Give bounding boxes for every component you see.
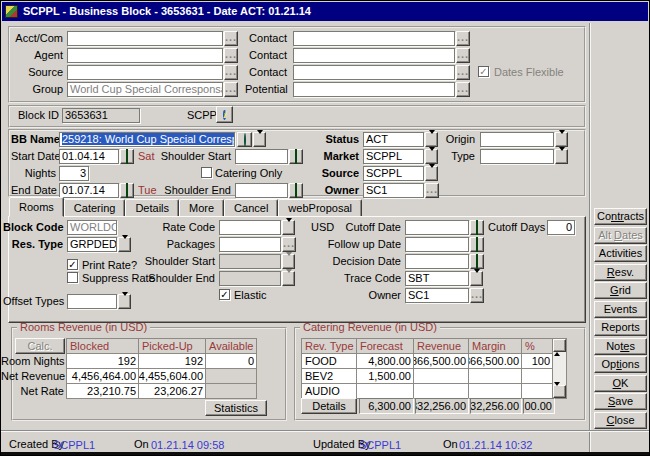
contact1-lookup-button[interactable]: ...	[456, 31, 470, 46]
source-field[interactable]	[67, 65, 223, 80]
options-button[interactable]: Options	[594, 356, 647, 373]
tab-more[interactable]: More	[179, 199, 224, 217]
rooms-revenue-row-label: Net Revenue	[1, 368, 64, 384]
table-cell: AUDIO	[301, 383, 357, 399]
contact2-field[interactable]	[293, 48, 455, 63]
type-dropdown-button[interactable]	[555, 149, 568, 164]
title-bar: SCPPL - Business Block - 3653631 - Date …	[2, 2, 648, 21]
follow-up-date-calendar-button[interactable]	[470, 237, 484, 252]
created-by-value: SCPPL1	[53, 438, 113, 453]
offset-types-dropdown-button[interactable]	[118, 294, 131, 309]
status-field[interactable]: ACT	[363, 132, 424, 147]
save-button[interactable]: Save	[594, 393, 647, 410]
trace-code-label: Trace Code	[311, 271, 401, 286]
business-block-window: SCPPL - Business Block - 3653631 - Date …	[0, 0, 650, 456]
resv-button[interactable]: Resv.	[594, 264, 647, 281]
rate-code-dropdown-button[interactable]	[282, 220, 295, 235]
catering-only-label: Catering Only	[215, 166, 293, 181]
ok-button[interactable]: OK	[594, 375, 647, 392]
suppress-rate-checkbox[interactable]	[67, 272, 78, 283]
acct-com-lookup-button[interactable]: ...	[224, 31, 238, 46]
bb-name-globe-button[interactable]	[237, 132, 252, 147]
shoulder-start-field[interactable]	[235, 149, 288, 164]
rooms-owner-lookup-button[interactable]: ...	[470, 288, 484, 303]
packages-lookup-button[interactable]: ...	[282, 237, 296, 252]
calendar-icon	[126, 149, 128, 164]
packages-label: Packages	[131, 237, 215, 252]
origin-label: Origin	[431, 132, 475, 147]
table-cell: 4,455,604.00	[138, 368, 206, 384]
catering-only-checkbox[interactable]	[201, 167, 212, 178]
rooms-owner-field[interactable]: SC1	[405, 288, 469, 303]
contact2-lookup-button[interactable]: ...	[456, 48, 470, 63]
contact1-field[interactable]	[293, 31, 455, 46]
packages-field[interactable]	[219, 237, 281, 252]
agent-lookup-button[interactable]: ...	[224, 48, 238, 63]
cutoff-days-field[interactable]: 0	[547, 220, 575, 235]
catering-total-percent: 100.00	[523, 398, 555, 414]
scroll-up-button[interactable]	[553, 339, 566, 352]
close-button[interactable]: Close	[594, 412, 647, 429]
source-dropdown-button[interactable]	[425, 166, 438, 181]
details-button[interactable]: Details	[301, 398, 357, 414]
print-rate-checkbox[interactable]	[67, 259, 78, 270]
source-lookup-button[interactable]: ...	[224, 65, 238, 80]
activities-button[interactable]: Activities	[594, 245, 647, 262]
property-info-button[interactable]	[216, 106, 233, 123]
origin-field[interactable]	[480, 132, 554, 147]
agent-field[interactable]	[67, 48, 223, 63]
group-field[interactable]: World Cup Special Corresponsals	[67, 82, 223, 97]
tab-webproposal[interactable]: webProposal	[278, 199, 362, 217]
cutoff-date-calendar-button[interactable]	[470, 220, 484, 235]
end-date-calendar-button[interactable]	[120, 183, 134, 198]
cutoff-date-field[interactable]	[405, 220, 469, 235]
source-field-bb[interactable]: SCPPL	[363, 166, 424, 181]
start-date-field[interactable]: 01.04.14	[59, 149, 119, 164]
elastic-checkbox[interactable]	[219, 289, 230, 300]
events-button[interactable]: Events	[594, 301, 647, 318]
tab-rooms[interactable]: Rooms	[9, 197, 64, 217]
catering-table-scrollbar[interactable]	[552, 338, 567, 399]
owner-lookup-button[interactable]: ...	[425, 183, 439, 198]
updated-on-value: 01.21.14 10:32	[459, 438, 549, 453]
scroll-down-button[interactable]	[553, 385, 566, 398]
shoulder-end-calendar-button[interactable]	[289, 183, 303, 198]
res-type-field[interactable]: GRPDED	[67, 237, 117, 252]
tab-details[interactable]: Details	[125, 199, 179, 217]
table-cell: 3,866,500.00	[468, 353, 522, 369]
offset-types-field[interactable]	[67, 294, 117, 309]
nights-field[interactable]: 3	[59, 166, 89, 181]
tab-cancel[interactable]: Cancel	[224, 199, 278, 217]
origin-dropdown-button[interactable]	[555, 132, 568, 147]
contact3-field[interactable]	[293, 65, 455, 80]
trace-code-field[interactable]: SBT	[405, 271, 469, 286]
block-id-field: 3653631	[62, 108, 140, 123]
notes-button[interactable]: Notes	[594, 338, 647, 355]
contracts-button[interactable]: Contracts	[594, 208, 647, 225]
end-date-field[interactable]: 01.07.14	[59, 183, 119, 198]
owner-field[interactable]: SC1	[363, 183, 424, 198]
trace-code-dropdown-button[interactable]	[470, 271, 483, 286]
contact3-lookup-button[interactable]: ...	[456, 65, 470, 80]
potential-field[interactable]	[293, 82, 455, 97]
dates-flexible-checkbox[interactable]	[478, 66, 489, 77]
start-date-calendar-button[interactable]	[120, 149, 134, 164]
potential-lookup-button[interactable]: ...	[456, 82, 470, 97]
shoulder-end-field[interactable]	[235, 183, 288, 198]
decision-date-calendar-button[interactable]	[470, 254, 484, 269]
tab-catering[interactable]: Catering	[64, 199, 126, 217]
market-field[interactable]: SCPPL	[363, 149, 424, 164]
type-field[interactable]	[480, 149, 554, 164]
bb-name-field[interactable]: 259218: World Cup Special Corresponsals	[59, 132, 235, 147]
rate-code-field[interactable]	[219, 220, 281, 235]
decision-date-field[interactable]	[405, 254, 469, 269]
res-type-dropdown-button[interactable]	[118, 237, 131, 252]
bb-name-dropdown-button[interactable]	[253, 132, 266, 147]
shoulder-start-calendar-button[interactable]	[289, 149, 303, 164]
follow-up-date-field[interactable]	[405, 237, 469, 252]
statistics-button[interactable]: Statistics	[205, 400, 267, 416]
group-lookup-button[interactable]: ...	[224, 82, 238, 97]
acct-com-field[interactable]	[67, 31, 223, 46]
reports-button[interactable]: Reports	[594, 319, 647, 336]
grid-button[interactable]: Grid	[594, 282, 647, 299]
